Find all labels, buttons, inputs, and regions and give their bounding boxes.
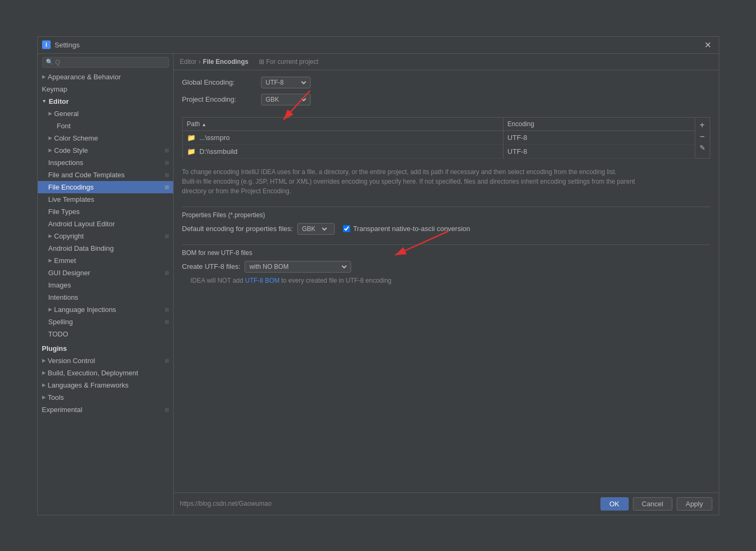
bom-create-select-wrapper[interactable]: with NO BOM with BOM <box>245 261 351 273</box>
sidebar-item-file-code-templates[interactable]: File and Code Templates ⊞ <box>38 169 173 181</box>
search-box[interactable]: 🔍 <box>42 57 169 68</box>
sidebar-item-editor[interactable]: ▼ Editor <box>38 95 173 108</box>
sidebar-item-general[interactable]: ▶ General <box>38 108 173 120</box>
arrow-icon: ▶ <box>48 147 52 153</box>
sidebar-item-label: Android Layout Editor <box>48 220 115 228</box>
folder-icon: 📁 <box>187 134 196 142</box>
sidebar-item-live-templates[interactable]: Live Templates <box>38 193 173 205</box>
sidebar-item-label: Font <box>57 122 71 130</box>
table-row: 📁 D:\\ssmbuild UTF-8 <box>182 144 695 158</box>
table-action-buttons: + − ✎ <box>695 117 710 159</box>
sidebar-item-inspections[interactable]: Inspections ⊞ <box>38 157 173 169</box>
breadcrumb: Editor › File Encodings ⊞ For current pr… <box>174 54 719 70</box>
copy-icon: ⊞ <box>165 160 169 166</box>
sidebar-item-version-control[interactable]: ▶ Version Control ⊞ <box>38 355 173 367</box>
close-button[interactable]: ✕ <box>701 39 714 51</box>
add-row-button[interactable]: + <box>697 120 708 130</box>
footer: https://blog.csdn.net/Gaowumao OK Cancel… <box>174 492 719 515</box>
sidebar-item-label: File Types <box>48 208 80 216</box>
sidebar-item-label: Intentions <box>48 293 78 301</box>
path-encoding-table: Path ▲ Encoding 📁 ...\ssmpro <box>182 117 695 159</box>
table-cell-path: 📁 ...\ssmpro <box>182 130 503 144</box>
path-column-header[interactable]: Path ▲ <box>182 117 503 130</box>
sidebar-item-label: Code Style <box>54 146 88 154</box>
description-text: To change encoding IntelliJ IDEA uses fo… <box>182 167 710 196</box>
sidebar-item-languages[interactable]: ▶ Languages & Frameworks <box>38 379 173 391</box>
sidebar-item-copyright[interactable]: ▶ Copyright ⊞ <box>38 230 173 242</box>
properties-encoding-dropdown[interactable]: GBK UTF-8 <box>300 225 329 233</box>
sidebar-item-android-data[interactable]: Android Data Binding <box>38 242 173 254</box>
sidebar-item-label: GUI Designer <box>48 269 91 277</box>
sidebar-item-label: Images <box>48 281 71 289</box>
sidebar-item-label: Emmet <box>54 257 76 265</box>
bom-create-dropdown[interactable]: with NO BOM with BOM <box>247 262 348 271</box>
copy-icon: ⊞ <box>165 270 169 276</box>
transparent-conversion-label: Transparent native-to-ascii conversion <box>353 225 470 233</box>
sidebar-item-file-encodings[interactable]: File Encodings ⊞ <box>38 181 173 193</box>
bom-note-prefix: IDEA will NOT add <box>191 277 245 284</box>
project-encoding-label: Project Encoding: <box>182 95 257 103</box>
copy-icon: ⊞ <box>165 307 169 312</box>
sidebar-item-build[interactable]: ▶ Build, Execution, Deployment <box>38 367 173 379</box>
table-row: 📁 ...\ssmpro UTF-8 <box>182 130 695 144</box>
sidebar-item-label: Inspections <box>48 159 84 167</box>
breadcrumb-current: File Encodings <box>203 58 248 65</box>
sidebar-item-label: Build, Execution, Deployment <box>48 369 139 377</box>
svg-text:I: I <box>45 42 47 48</box>
sidebar-item-language-injections[interactable]: ▶ Language Injections ⊞ <box>38 303 173 316</box>
folder-icon: 📁 <box>187 147 196 155</box>
path-value: D:\\ssmbuild <box>199 147 238 155</box>
search-input[interactable] <box>55 59 165 66</box>
table-section: Path ▲ Encoding 📁 ...\ssmpro <box>182 117 710 159</box>
edit-row-button[interactable]: ✎ <box>697 143 708 152</box>
arrow-icon: ▶ <box>48 258 52 263</box>
sidebar-item-gui-designer[interactable]: GUI Designer ⊞ <box>38 267 173 279</box>
sort-arrow: ▲ <box>202 122 207 127</box>
project-encoding-dropdown[interactable]: GBK UTF-8 ISO-8859-1 <box>264 95 308 104</box>
sidebar-item-label: Copyright <box>54 232 84 240</box>
sidebar-item-android-layout[interactable]: Android Layout Editor <box>38 218 173 230</box>
sidebar-item-tools[interactable]: ▶ Tools <box>38 391 173 404</box>
sidebar-item-intentions[interactable]: Intentions <box>38 291 173 303</box>
arrow-icon: ▶ <box>42 394 46 400</box>
sidebar-item-appearance[interactable]: ▶ Appearance & Behavior <box>38 71 173 83</box>
encoding-column-header[interactable]: Encoding <box>503 117 695 130</box>
bom-note: IDEA will NOT add UTF-8 BOM to every cre… <box>191 277 710 284</box>
sidebar-item-label: Plugins <box>42 344 67 352</box>
properties-encoding-select[interactable]: GBK UTF-8 <box>297 223 335 235</box>
sidebar-item-images[interactable]: Images <box>38 279 173 291</box>
apply-button[interactable]: Apply <box>677 497 712 511</box>
bom-note-suffix: to every created file in UTF-8 encoding <box>281 277 392 284</box>
sidebar-item-file-types[interactable]: File Types <box>38 205 173 218</box>
sidebar-item-label: Editor <box>48 97 69 105</box>
sidebar-item-plugins[interactable]: Plugins <box>38 342 173 355</box>
arrow-icon: ▶ <box>42 382 46 388</box>
sidebar-item-label: File and Code Templates <box>48 171 125 179</box>
transparent-conversion-checkbox[interactable] <box>343 225 350 232</box>
sidebar-item-color-scheme[interactable]: ▶ Color Scheme <box>38 132 173 144</box>
sidebar-item-todo[interactable]: TODO <box>38 328 173 340</box>
help-area: https://blog.csdn.net/Gaowumao <box>180 500 272 507</box>
arrow-icon: ▶ <box>42 358 46 363</box>
sidebar-item-label: Tools <box>48 393 64 401</box>
global-encoding-select[interactable]: UTF-8 GBK ISO-8859-1 <box>261 77 311 88</box>
transparent-conversion-wrapper: Transparent native-to-ascii conversion <box>343 225 470 233</box>
sidebar-item-label: Android Data Binding <box>48 244 114 252</box>
cancel-button[interactable]: Cancel <box>633 497 672 511</box>
app-icon: I <box>42 40 51 49</box>
global-encoding-dropdown[interactable]: UTF-8 GBK ISO-8859-1 <box>264 78 308 87</box>
bom-note-link[interactable]: UTF-8 BOM <box>245 277 280 284</box>
sidebar-item-keymap[interactable]: Keymap <box>38 83 173 95</box>
project-encoding-select[interactable]: GBK UTF-8 ISO-8859-1 <box>261 94 311 105</box>
section-divider-2 <box>182 244 710 245</box>
remove-row-button[interactable]: − <box>697 131 708 142</box>
arrow-icon: ▼ <box>42 98 47 104</box>
properties-section: Properties Files (*.properties) <box>182 211 710 240</box>
sidebar-item-code-style[interactable]: ▶ Code Style ⊞ <box>38 144 173 157</box>
sidebar-item-font[interactable]: Font <box>38 120 173 132</box>
sidebar-item-experimental[interactable]: Experimental ⊞ <box>38 404 173 416</box>
sidebar-item-spelling[interactable]: Spelling ⊞ <box>38 316 173 328</box>
ok-button[interactable]: OK <box>600 497 629 511</box>
sidebar-item-emmet[interactable]: ▶ Emmet <box>38 254 173 267</box>
breadcrumb-separator: › <box>199 58 201 65</box>
